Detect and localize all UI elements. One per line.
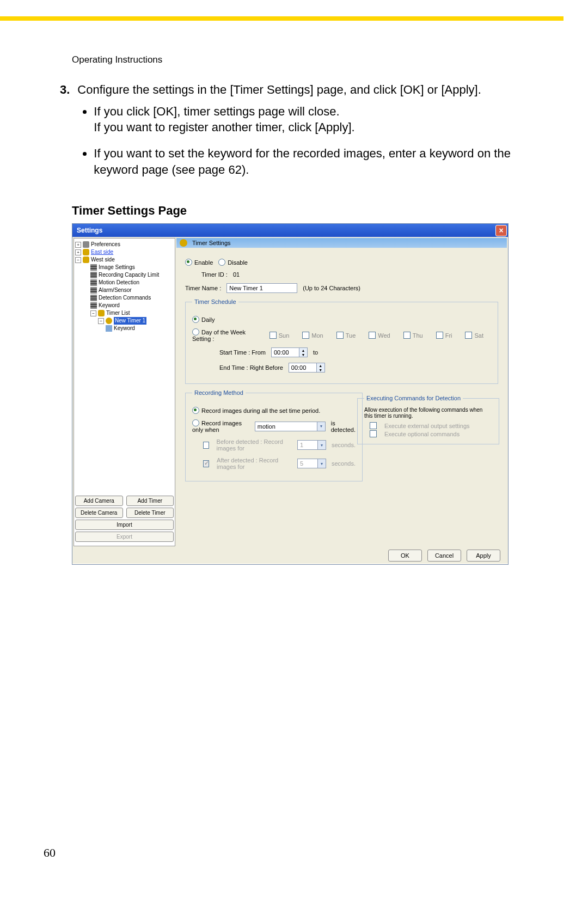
add-timer-button[interactable]: Add Timer xyxy=(126,496,174,506)
executing-commands-fieldset: Executing Commands for Detection Allow e… xyxy=(357,395,499,444)
day-wed[interactable]: Wed xyxy=(369,332,390,339)
record-on-detect-radio[interactable]: Record images only when xyxy=(192,419,249,433)
delete-camera-button[interactable]: Delete Camera xyxy=(75,508,123,518)
tree-timer-list[interactable]: Timer List xyxy=(106,309,130,317)
recording-method-fieldset: Recording Method Record images during al… xyxy=(185,389,363,481)
sidebar-buttons: Add Camera Add Timer Delete Camera Delet… xyxy=(74,493,175,546)
spin-up-icon: ▲ xyxy=(317,363,324,368)
exec-external-check xyxy=(370,422,377,429)
expand-icon[interactable]: + xyxy=(75,242,81,248)
spin-down-icon: ▼ xyxy=(317,368,324,372)
recording-method-legend: Recording Method xyxy=(192,389,246,396)
after-detect-label: After detected : Record images for xyxy=(217,457,292,470)
camera-icon xyxy=(98,310,105,316)
collapse-icon[interactable]: − xyxy=(75,257,81,263)
exec-external-label: Execute external output settings xyxy=(384,423,470,429)
settings-tree-sidebar: +Preferences +East side −West side Image… xyxy=(74,238,175,546)
panel-title-bar: Timer Settings xyxy=(176,238,507,248)
collapse-icon[interactable]: − xyxy=(98,318,104,324)
chevron-down-icon: ▾ xyxy=(318,440,326,450)
settings-tree[interactable]: +Preferences +East side −West side Image… xyxy=(74,239,175,493)
apply-button[interactable]: Apply xyxy=(467,550,500,562)
dialog-titlebar[interactable]: Settings × xyxy=(72,224,508,237)
panel-body: Enable Disable Timer ID : 01 Timer Name … xyxy=(176,248,507,546)
detection-type-select[interactable]: motion▾ xyxy=(255,422,326,431)
import-button[interactable]: Import xyxy=(75,520,174,530)
tree-east-side[interactable]: East side xyxy=(91,248,113,256)
timer-id-label: Timer ID : xyxy=(201,271,228,278)
camera-icon xyxy=(83,257,89,263)
tree-image-settings[interactable]: Image Settings xyxy=(99,264,135,271)
record-all-radio[interactable]: Record images during all the set time pe… xyxy=(192,407,320,414)
section-title: Timer Settings Page xyxy=(72,204,528,218)
end-time-label: End Time : Right Before xyxy=(219,364,283,371)
ok-button[interactable]: OK xyxy=(388,550,422,562)
day-mon[interactable]: Mon xyxy=(302,332,323,339)
close-icon[interactable]: × xyxy=(495,225,507,236)
tree-alarm-sensor[interactable]: Alarm/Sensor xyxy=(99,286,132,294)
panel-title: Timer Settings xyxy=(192,240,231,246)
timer-name-input[interactable]: New Timer 1 xyxy=(226,283,297,293)
tree-preferences[interactable]: Preferences xyxy=(91,241,120,248)
camera-icon xyxy=(83,249,89,255)
after-detect-check: ✓ xyxy=(203,460,209,467)
timer-name-hint: (Up to 24 Characters) xyxy=(303,285,360,291)
dow-radio[interactable]: Day of the Week Setting : xyxy=(192,328,264,342)
settings-dialog: Settings × +Preferences +East side −West… xyxy=(72,223,509,565)
step-number: 3. xyxy=(60,82,70,187)
exec-optional-label: Execute optional commands xyxy=(384,431,460,437)
day-sun[interactable]: Sun xyxy=(270,332,290,339)
export-button: Export xyxy=(75,532,174,542)
step-bullets: If you click [OK], timer settings page w… xyxy=(77,103,528,178)
dialog-body: +Preferences +East side −West side Image… xyxy=(72,237,508,547)
tree-west-side[interactable]: West side xyxy=(91,256,115,264)
daily-radio[interactable]: Daily xyxy=(192,316,215,323)
expand-icon[interactable]: + xyxy=(75,249,81,255)
start-time-input[interactable]: 00:00▲▼ xyxy=(271,347,308,357)
bullet-2: If you want to set the keyword for the r… xyxy=(94,145,528,178)
collapse-icon[interactable]: − xyxy=(90,310,96,316)
to-label: to xyxy=(313,349,318,356)
after-seconds-input: 5 xyxy=(297,459,318,468)
step-3: 3. Configure the settings in the [Timer … xyxy=(60,82,528,187)
cancel-button[interactable]: Cancel xyxy=(427,550,461,562)
delete-timer-button[interactable]: Delete Timer xyxy=(126,508,174,518)
header-accent-bar xyxy=(0,16,564,21)
day-tue[interactable]: Tue xyxy=(336,332,356,339)
settings-item-icon xyxy=(90,302,97,309)
tree-keyword[interactable]: Keyword xyxy=(99,302,120,309)
enable-radio[interactable]: Enable xyxy=(185,259,213,266)
is-detected-label: is detected. xyxy=(331,420,356,433)
timer-schedule-legend: Timer Schedule xyxy=(192,298,238,305)
exec-optional-check xyxy=(370,430,377,437)
day-fri[interactable]: Fri xyxy=(436,332,452,339)
keyword-icon xyxy=(106,325,112,332)
timer-schedule-fieldset: Timer Schedule Daily Day of the Week Set… xyxy=(185,298,498,384)
clock-icon xyxy=(106,318,112,324)
disable-radio[interactable]: Disable xyxy=(218,259,248,266)
tree-detection-commands[interactable]: Detection Commands xyxy=(99,294,151,302)
add-camera-button[interactable]: Add Camera xyxy=(75,496,123,506)
settings-item-icon xyxy=(90,264,97,271)
end-time-input[interactable]: 00:00▲▼ xyxy=(289,363,325,373)
before-detect-label: Before detected : Record images for xyxy=(217,438,292,452)
timer-name-label: Timer Name : xyxy=(185,285,221,291)
before-seconds-input: 1 xyxy=(297,440,318,450)
day-sat[interactable]: Sat xyxy=(465,332,483,339)
tree-motion-detection[interactable]: Motion Detection xyxy=(99,279,139,286)
settings-item-icon xyxy=(90,272,97,278)
settings-item-icon xyxy=(90,279,97,286)
clock-icon xyxy=(180,239,187,247)
spin-down-icon: ▼ xyxy=(299,352,307,357)
dialog-footer: OK Cancel Apply xyxy=(72,547,508,564)
exec-desc: Allow execution of the following command… xyxy=(364,407,492,419)
dialog-title: Settings xyxy=(77,227,102,234)
settings-item-icon xyxy=(90,287,97,294)
executing-commands-legend: Executing Commands for Detection xyxy=(364,395,463,401)
spin-up-icon: ▲ xyxy=(299,348,307,352)
day-thu[interactable]: Thu xyxy=(403,332,423,339)
tree-new-timer-1[interactable]: New Timer 1 xyxy=(114,317,146,325)
page: Operating Instructions 3. Configure the … xyxy=(0,0,588,909)
tree-timer-keyword[interactable]: Keyword xyxy=(114,325,135,332)
tree-recording-capacity[interactable]: Recording Capacity Limit xyxy=(99,271,159,279)
